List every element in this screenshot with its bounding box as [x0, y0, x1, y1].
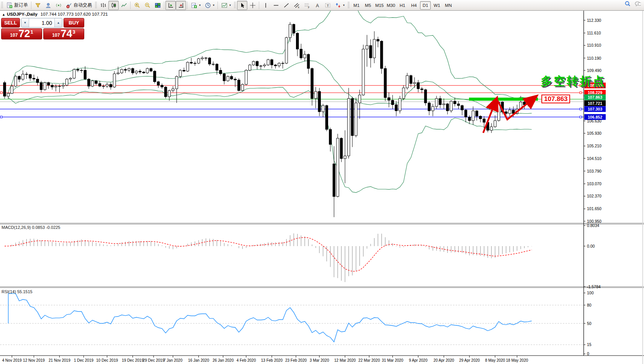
candle-body — [325, 106, 328, 129]
main-price-pane — [0, 0, 584, 217]
timeframe-M1[interactable]: M1 — [351, 1, 362, 10]
level-anchor-handle[interactable] — [580, 116, 582, 118]
vertical-line-button[interactable] — [260, 1, 271, 10]
candle-body — [117, 73, 119, 73]
candle-body — [274, 65, 276, 66]
candle-body — [417, 83, 419, 89]
candle-body — [384, 69, 386, 98]
candle-body — [296, 33, 299, 49]
price-badge-label: 107.721 — [588, 101, 602, 106]
equidistant-channel-button[interactable]: E — [291, 1, 302, 10]
crosshair-icon — [249, 2, 256, 8]
zoom-in-button[interactable] — [132, 1, 142, 10]
search-icon[interactable] — [624, 1, 631, 7]
date-label: 18 May 2020 — [506, 358, 528, 362]
timeframe-M15[interactable]: M15 — [374, 1, 385, 10]
bar-chart-button[interactable] — [98, 1, 108, 10]
timeframe-H4[interactable]: H4 — [409, 1, 419, 10]
candle-body — [205, 58, 207, 58]
timeframe-M5[interactable]: M5 — [363, 1, 373, 10]
clock-icon — [204, 2, 211, 8]
candlestick-chart-button[interactable] — [108, 1, 119, 10]
arrows-button[interactable]: ▾ — [333, 1, 347, 10]
zigzag-arrow-leg1[interactable] — [483, 99, 497, 133]
trendline-button[interactable] — [281, 1, 291, 10]
candle-body — [344, 156, 346, 158]
toolbar-grip — [1, 2, 3, 9]
timeframe-M30[interactable]: M30 — [386, 1, 396, 10]
candle-body — [314, 91, 317, 98]
candle-body — [490, 127, 492, 130]
candle-body — [245, 70, 247, 85]
cursor-button[interactable] — [237, 1, 247, 10]
crosshair-button[interactable] — [247, 1, 258, 10]
candle-body — [278, 63, 280, 66]
zoom-out-button[interactable] — [142, 1, 152, 10]
axis-tick-label: 80 — [587, 303, 592, 307]
timeframe-MN[interactable]: MN — [443, 1, 454, 10]
candle-body — [337, 138, 339, 196]
symbol-ohlc: 107.744 107.773 107.620 107.721 — [41, 12, 108, 16]
profiles-button[interactable] — [43, 1, 53, 10]
candle-body — [468, 117, 471, 121]
axis-tick-label: 0.8034 — [587, 223, 599, 228]
sell-price-display[interactable]: 107721 — [1, 28, 42, 39]
new-order-button[interactable]: 新订单 — [4, 1, 30, 10]
chat-icon[interactable] — [634, 1, 641, 7]
turning-point-annotation[interactable]: 多空转折点 — [541, 73, 606, 89]
date-axis[interactable]: 4 Nov 201912 Nov 201921 Nov 20191 Dec 20… — [2, 356, 528, 362]
candle-body — [410, 75, 412, 83]
buy-price-display[interactable]: 107743 — [43, 28, 84, 39]
volume-input[interactable] — [29, 18, 54, 27]
timeframe-W1[interactable]: W1 — [432, 1, 442, 10]
buy-button[interactable]: BUY — [64, 18, 84, 28]
volume-increase-button[interactable]: ▲ — [54, 18, 62, 27]
candle-body — [281, 63, 284, 64]
fibonacci-button[interactable]: F — [302, 1, 312, 10]
level-anchor-handle[interactable] — [0, 116, 2, 118]
chart-template-button[interactable]: ▾ — [219, 1, 233, 10]
text-label-button[interactable]: T — [322, 1, 333, 10]
candle-body — [311, 69, 313, 98]
date-label: 7 Jan 2020 — [163, 358, 183, 362]
candle-body — [248, 65, 251, 70]
volume-decrease-button[interactable]: ▼ — [21, 18, 29, 27]
candle-body — [212, 64, 214, 64]
one-click-trading-panel: SELL ▼ ▲ BUY 107721 107743 — [1, 18, 84, 39]
auto-scroll-button[interactable] — [176, 1, 186, 10]
axis-tick-label: 105.930 — [587, 131, 602, 135]
chart-shift-button[interactable] — [165, 1, 176, 10]
price-tag-label[interactable]: 107.863 — [541, 95, 570, 103]
period-button[interactable]: ▾ — [203, 1, 216, 10]
candle-body — [65, 79, 68, 85]
horizontal-line-button[interactable] — [271, 1, 281, 10]
sell-button[interactable]: SELL — [1, 18, 20, 28]
macd-histogram — [8, 233, 532, 282]
level-anchor-handle[interactable] — [0, 92, 2, 94]
date-label: 4 Nov 2019 — [2, 358, 22, 362]
symbol-title: USDJPY-,Daily — [7, 12, 38, 16]
timeframe-D1[interactable]: D1 — [420, 1, 431, 10]
auto-trading-button[interactable]: 自动交易 — [64, 1, 94, 10]
timeframe-H1[interactable]: H1 — [397, 1, 408, 10]
candle-body — [391, 100, 394, 105]
line-chart-icon — [121, 2, 127, 8]
signals-icon — [55, 2, 62, 8]
tile-windows-button[interactable] — [152, 1, 163, 10]
line-chart-button[interactable] — [119, 1, 129, 10]
market-watch-button[interactable] — [33, 1, 43, 10]
text-button[interactable]: A — [312, 1, 322, 10]
cursor-icon — [239, 2, 245, 8]
candle-body — [88, 79, 90, 86]
dropdown-arrow-icon: ▾ — [199, 3, 201, 7]
auto-scroll-icon — [178, 2, 184, 8]
level-anchor-handle[interactable] — [580, 92, 582, 94]
candle-body — [252, 61, 255, 65]
candle-body — [40, 83, 42, 90]
level-anchor-handle[interactable] — [580, 108, 582, 110]
support-highlight-bar[interactable] — [469, 98, 538, 101]
signals-button[interactable] — [53, 1, 64, 10]
market-watch-icon — [34, 2, 41, 8]
candle-body — [395, 105, 397, 111]
add-indicator-button[interactable]: ▾ — [189, 1, 203, 10]
